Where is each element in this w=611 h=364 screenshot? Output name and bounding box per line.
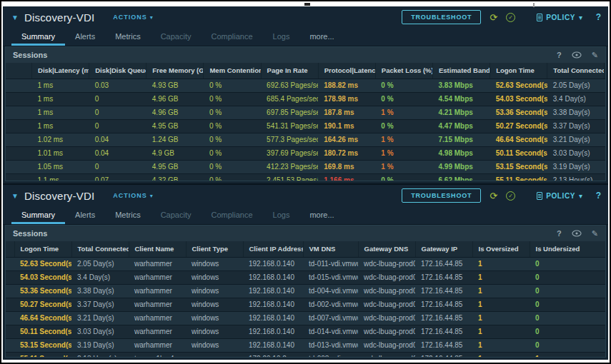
tab-logs[interactable]: Logs	[263, 29, 300, 46]
table-row[interactable]: 1.01 ms0.044.9 GB0 %397.69 Pages/sec180.…	[6, 146, 605, 160]
cell: 172.16.44.85	[415, 284, 472, 298]
eye-icon[interactable]	[572, 51, 582, 59]
sessions-table: Disk|Latency (ms)Disk|Disk QueueFree Mem…	[6, 63, 605, 181]
column-header[interactable]: Total Connected Time	[71, 241, 129, 257]
column-header[interactable]: Mem Contention %	[204, 63, 261, 79]
cell: 172.16.44.85	[415, 325, 472, 338]
column-header[interactable]: Client IP Address	[243, 241, 303, 257]
column-header[interactable]: Gateway IP	[415, 241, 472, 257]
table-row[interactable]: 54.03 Second(s)3.4 Day(s)warhammerwindow…	[6, 271, 605, 284]
tab-more[interactable]: more...	[299, 207, 344, 224]
cell: windows	[186, 298, 243, 311]
column-header[interactable]: Page In Rate	[261, 63, 318, 79]
refresh-icon[interactable]: ⟳	[490, 13, 497, 22]
cell: 50.11 Second(s)	[490, 146, 547, 160]
cell: 172.16.44.85	[415, 352, 472, 357]
cell: 697.85 Pages/sec	[261, 106, 318, 119]
actions-dropdown[interactable]: ACTIONS▾	[113, 14, 154, 21]
column-header[interactable]: Is Oversized	[472, 241, 530, 257]
table-row[interactable]: 55.11 Second(s)2.13 Hour(s)trevorc1kqr4y…	[6, 352, 605, 357]
table-row[interactable]: 50.11 Second(s)3.03 Day(s)warhammerwindo…	[6, 325, 605, 338]
table-row[interactable]: 50.27 Second(s)3.37 Day(s)warhammerwindo…	[6, 298, 605, 311]
cell: 0 %	[204, 133, 261, 146]
table-row[interactable]: 1.1 ms0.074.32 GB0 %2,451.53 Pages/sec1,…	[6, 173, 605, 181]
tab-alerts[interactable]: Alerts	[65, 207, 105, 224]
cell: 1 %	[375, 106, 432, 119]
tab-more[interactable]: more...	[299, 29, 344, 46]
cell: windows	[186, 325, 243, 338]
column-header[interactable]: Packet Loss (%)	[375, 63, 432, 79]
cell: warhammer	[605, 160, 605, 173]
tab-bar: Summary Alerts Metrics Capacity Complian…	[3, 206, 608, 225]
cell: 4.98 Mbps	[433, 146, 490, 160]
troubleshoot-button[interactable]: TROUBLESHOOT	[402, 10, 481, 24]
pencil-icon[interactable]: ✎	[592, 51, 598, 60]
tab-capacity[interactable]: Capacity	[151, 29, 202, 46]
chevron-down-icon[interactable]: ▼	[11, 192, 19, 200]
column-header[interactable]: Estimated Bandwidth (M...	[433, 63, 490, 79]
column-header[interactable]: VM DNS	[303, 241, 358, 257]
cell: 192.168.0.140	[243, 298, 303, 311]
table-row[interactable]: 1.02 ms0.041.24 GB0 %577.3 Pages/sec164.…	[6, 133, 605, 146]
column-header[interactable]: Disk|Latency (ms)	[32, 63, 89, 79]
column-header[interactable]: Gateway DNS	[358, 241, 415, 257]
troubleshoot-button[interactable]: TROUBLESHOOT	[402, 188, 481, 203]
check-circle-icon[interactable]: ✓	[506, 191, 515, 201]
table-row[interactable]: 1.05 ms04.95 GB0 %412.23 Pages/sec169.8 …	[6, 160, 605, 173]
refresh-icon[interactable]: ⟳	[490, 191, 497, 201]
table-row[interactable]: 46.64 Second(s)3.21 Day(s)warhammerwindo…	[6, 311, 605, 325]
help-icon[interactable]: ?	[596, 191, 601, 201]
actions-dropdown[interactable]: ACTIONS▾	[113, 192, 154, 199]
cell: 3.37 Day(s)	[71, 298, 129, 311]
table-row[interactable]: 53.36 Second(s)3.38 Day(s)warhammerwindo…	[6, 284, 605, 298]
column-header[interactable]: Client Name	[129, 241, 186, 257]
tab-logs[interactable]: Logs	[263, 207, 300, 224]
table-row[interactable]: 1 ms04.95 GB0 %541.31 Pages/sec190.1 ms0…	[6, 119, 605, 133]
help-icon[interactable]: ?	[557, 51, 562, 59]
policy-dropdown[interactable]: POLICY▾	[537, 14, 582, 21]
chevron-down-icon[interactable]: ▼	[11, 14, 19, 21]
table-row[interactable]: 1 ms0.034.93 GB0 %692.63 Pages/sec188.82…	[6, 79, 605, 92]
table-row[interactable]: 1 ms04.96 GB0 %697.85 Pages/sec187.8 ms1…	[6, 106, 605, 119]
column-header[interactable]: Protocol|Latency (ms)	[318, 63, 375, 79]
cell: 4.21 Mbps	[433, 106, 490, 119]
help-icon[interactable]: ?	[557, 229, 562, 238]
column-header[interactable]: Free Memory (GB)	[146, 63, 204, 79]
tab-compliance[interactable]: Compliance	[201, 29, 262, 46]
table-row[interactable]: 53.15 Second(s)3.19 Day(s)warhammerwindo…	[6, 338, 605, 352]
column-header[interactable]: Client Type	[186, 241, 243, 257]
tab-capacity[interactable]: Capacity	[151, 207, 202, 224]
cell: 1 %	[375, 160, 432, 173]
policy-dropdown[interactable]: POLICY▾	[537, 192, 582, 200]
table-row[interactable]: 52.63 Second(s)2.05 Day(s)warhammerwindo…	[6, 257, 605, 271]
column-header[interactable]: Disk|Disk Queue	[89, 63, 146, 79]
cell: 54.03 Second(s)	[14, 271, 71, 284]
column-header[interactable]: Client Name	[605, 63, 605, 79]
cell: warhammer	[605, 146, 605, 160]
tab-summary[interactable]: Summary	[11, 29, 65, 46]
help-icon[interactable]: ?	[596, 12, 601, 22]
cell: 1.24 GB	[146, 133, 204, 146]
eye-icon[interactable]	[572, 230, 582, 237]
column-header[interactable]: Logon Time	[14, 241, 71, 257]
row-gutter	[6, 133, 32, 146]
sessions-table-scroll[interactable]: Logon TimeTotal Connected TimeClient Nam…	[6, 241, 605, 357]
column-header[interactable]: Logon Time	[490, 63, 547, 79]
tab-alerts[interactable]: Alerts	[65, 29, 105, 46]
pencil-icon[interactable]: ✎	[592, 229, 598, 238]
cell: 192.168.0.140	[243, 325, 303, 338]
tab-compliance[interactable]: Compliance	[201, 207, 262, 224]
cell: 685.4 Pages/sec	[261, 92, 318, 106]
column-header[interactable]: Is Undersized	[530, 241, 605, 257]
cell: 4.95 GB	[146, 160, 204, 173]
row-gutter	[6, 63, 32, 79]
tab-summary[interactable]: Summary	[11, 207, 65, 224]
column-header[interactable]: Total Connected Time	[547, 63, 605, 79]
cell: 172.16.44.85	[415, 311, 472, 325]
sessions-table-scroll[interactable]: Disk|Latency (ms)Disk|Disk QueueFree Mem…	[6, 63, 605, 181]
cell: 52.63 Second(s)	[490, 79, 547, 92]
table-row[interactable]: 1 ms04.96 GB0 %685.4 Pages/sec178.98 ms0…	[6, 92, 605, 106]
tab-metrics[interactable]: Metrics	[105, 29, 150, 46]
tab-metrics[interactable]: Metrics	[105, 207, 150, 224]
check-circle-icon[interactable]: ✓	[506, 13, 515, 22]
